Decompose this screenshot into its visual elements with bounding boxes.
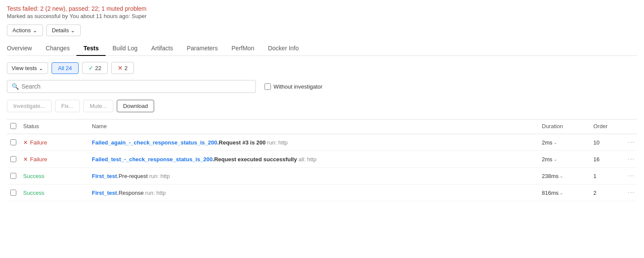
tab-docker-info[interactable]: Docker Info (261, 41, 306, 56)
checkmark-icon: ✓ (88, 64, 94, 71)
row-actions-menu[interactable]: ··· (624, 155, 637, 163)
filter-fail-label: 2 (125, 65, 128, 71)
row-name: First_test.Response run: http (88, 190, 538, 196)
row-actions-menu[interactable]: ··· (624, 189, 637, 197)
mute-button[interactable]: Mute... (83, 100, 113, 112)
test-name-muted: run: http (266, 139, 288, 146)
without-investigator-label: Without investigator (273, 83, 322, 90)
tab-artifacts[interactable]: Artifacts (144, 41, 180, 56)
action-buttons-row: Actions ⌄ Details ⌄ (7, 25, 637, 36)
view-tests-button[interactable]: View tests ⌄ (7, 62, 48, 74)
download-label: Download (123, 103, 148, 109)
actions-button[interactable]: Actions ⌄ (7, 25, 43, 36)
row-duration: 238ms ⌄ (538, 173, 590, 179)
failure-x-icon: ✕ (23, 156, 28, 163)
marked-status-text: Marked as successful by You about 11 hou… (7, 13, 637, 19)
failed-status-text: Tests failed: 2 (2 new), passed: 22; 1 m… (7, 5, 637, 12)
filter-all-label: All 24 (58, 65, 72, 71)
mute-label: Mute... (90, 103, 107, 109)
duration-caret-icon: ⌄ (553, 157, 557, 162)
table-header: Status Name Duration Order (7, 119, 637, 134)
duration-caret-icon: ⌄ (553, 140, 557, 145)
without-investigator-checkbox-label[interactable]: Without investigator (264, 83, 322, 90)
status-success-label: Success (23, 173, 44, 179)
cross-icon: ✕ (118, 64, 123, 71)
duration-value: 2ms (542, 139, 553, 146)
row-checkbox[interactable] (10, 139, 16, 145)
three-dots-icon[interactable]: ··· (628, 155, 635, 163)
test-name-muted: all: http (297, 156, 317, 163)
row-name: First_test.Pre-request run: http (88, 173, 538, 179)
test-name-bold: .Request #3 is 200 (217, 139, 266, 146)
row-order: 1 (590, 173, 624, 179)
header-order: Order (590, 123, 624, 130)
fix-button[interactable]: Fix... (55, 100, 80, 112)
duration-value: 816ms (542, 190, 559, 196)
three-dots-icon[interactable]: ··· (628, 138, 635, 146)
duration-value: 2ms (542, 156, 553, 163)
details-chevron-icon: ⌄ (70, 27, 75, 34)
row-checkbox[interactable] (10, 190, 16, 196)
three-dots-icon[interactable]: ··· (628, 189, 635, 196)
tab-overview[interactable]: Overview (7, 41, 39, 56)
table-row: ✕ Failure Failed_again_-_check_response_… (7, 134, 637, 151)
status-success-label: Success (23, 190, 44, 196)
status-failure-label: Failure (30, 156, 47, 163)
row-checkbox-col (7, 173, 20, 179)
row-actions-menu[interactable]: ··· (624, 138, 637, 146)
search-input[interactable] (21, 83, 251, 90)
investigator-filter: Without investigator (264, 83, 322, 90)
tab-changes[interactable]: Changes (39, 41, 76, 56)
test-name-link[interactable]: Failed_test_-_check_response_status_is_2… (92, 156, 213, 163)
filter-all-button[interactable]: All 24 (52, 62, 79, 74)
test-name-muted: run: http (144, 190, 166, 196)
table-row: Success First_test.Pre-request run: http… (7, 168, 637, 184)
row-duration: 2ms ⌄ (538, 156, 590, 163)
header-actions-col (624, 123, 637, 130)
row-checkbox[interactable] (10, 173, 16, 179)
download-button[interactable]: Download (117, 100, 155, 112)
filter-row: View tests ⌄ All 24 ✓ 22 ✕ 2 (7, 62, 637, 74)
actions-label: Actions (12, 27, 31, 34)
header-status: Status (20, 123, 88, 130)
status-header: Tests failed: 2 (2 new), passed: 22; 1 m… (7, 5, 637, 19)
test-name-bold: .Response (117, 190, 144, 196)
filter-pass-button[interactable]: ✓ 22 (82, 62, 108, 74)
without-investigator-checkbox[interactable] (264, 83, 271, 90)
tab-parameters[interactable]: Parameters (180, 41, 225, 56)
nav-tabs: Overview Changes Tests Build Log Artifac… (7, 41, 637, 56)
fix-label: Fix... (61, 103, 73, 109)
tab-tests[interactable]: Tests (76, 41, 106, 56)
filter-fail-button[interactable]: ✕ 2 (111, 62, 134, 74)
row-status: ✕ Failure (20, 156, 88, 163)
row-order: 2 (590, 190, 624, 196)
details-label: Details (52, 27, 69, 34)
tests-table: Status Name Duration Order ✕ Failure Fai… (7, 119, 637, 201)
status-failure-label: Failure (30, 139, 47, 146)
test-name-muted: run: http (148, 173, 170, 179)
row-checkbox[interactable] (10, 156, 16, 162)
row-status: Success (20, 190, 88, 196)
test-name-link[interactable]: First_test (92, 173, 117, 179)
investigate-button[interactable]: Investigate... (7, 100, 52, 112)
search-box: 🔍 (7, 80, 256, 93)
view-tests-chevron-icon: ⌄ (39, 65, 43, 71)
duration-caret-icon: ⌄ (559, 190, 563, 196)
test-name-link[interactable]: Failed_again_-_check_response_status_is_… (92, 139, 217, 146)
three-dots-icon[interactable]: ··· (628, 172, 635, 179)
test-name-bold: .Pre-request (117, 173, 148, 179)
filter-pass-label: 22 (95, 65, 101, 71)
row-order: 10 (590, 139, 624, 146)
test-name-link[interactable]: First_test (92, 190, 117, 196)
investigate-label: Investigate... (13, 103, 45, 109)
tab-perfmon[interactable]: PerfMon (225, 41, 261, 56)
view-tests-label: View tests (12, 65, 37, 71)
row-duration: 2ms ⌄ (538, 139, 590, 146)
row-actions-menu[interactable]: ··· (624, 172, 637, 180)
failure-x-icon: ✕ (23, 139, 28, 146)
row-status: ✕ Failure (20, 139, 88, 146)
details-button[interactable]: Details ⌄ (46, 25, 81, 36)
select-all-checkbox[interactable] (10, 123, 16, 129)
tab-build-log[interactable]: Build Log (106, 41, 144, 56)
duration-caret-icon: ⌄ (559, 173, 563, 179)
